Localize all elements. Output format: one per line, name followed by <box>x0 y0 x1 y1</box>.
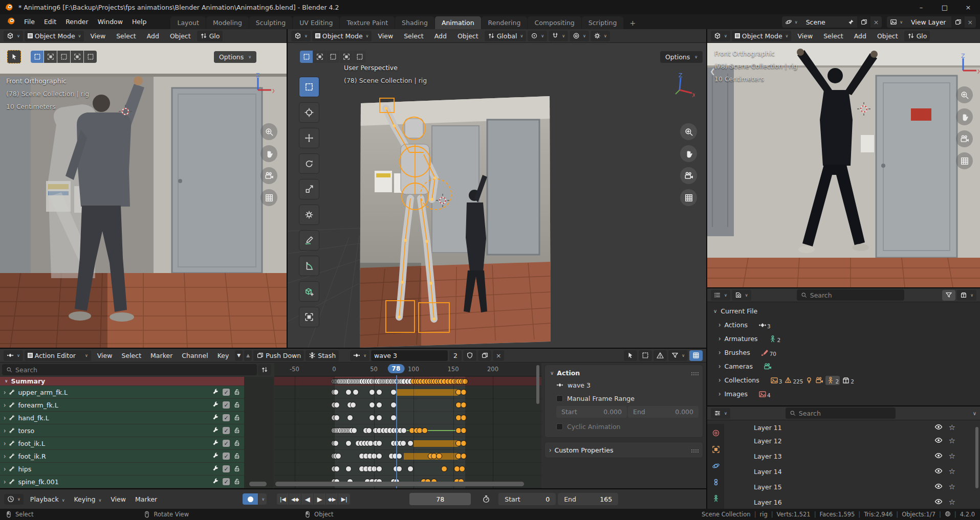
channel-row-upper-arm-fk-l[interactable]: ›upper_arm_fk.L✓ <box>0 386 244 398</box>
viewport-menu-object[interactable]: Object <box>453 32 483 40</box>
keyframe[interactable] <box>401 427 407 434</box>
tab-texture-paint[interactable]: Texture Paint <box>340 16 395 29</box>
viewport-menu-add[interactable]: Add <box>850 32 871 40</box>
channel-search-expand-icon[interactable] <box>258 364 271 375</box>
viewport-menu-select[interactable]: Select <box>112 32 141 40</box>
select-box-mode[interactable] <box>300 51 313 63</box>
menu-edit[interactable]: Edit <box>39 16 61 29</box>
keyframe-h-scrollbar[interactable] <box>275 482 524 486</box>
current-frame-field[interactable]: 78 <box>409 493 471 505</box>
viewport-menu-view[interactable]: View <box>85 32 110 40</box>
solo-star-icon[interactable]: ☆ <box>949 451 955 461</box>
keyframe-row-summary[interactable] <box>274 377 541 386</box>
keyframe[interactable] <box>396 466 402 472</box>
keyframe-selected[interactable] <box>441 466 447 472</box>
keyframe[interactable] <box>376 402 382 408</box>
minimize-button[interactable]: – <box>909 0 933 14</box>
filter-up-button[interactable]: ▲ <box>244 350 252 361</box>
action-copy-icon[interactable] <box>478 350 491 361</box>
keyframe[interactable] <box>407 440 413 446</box>
mode-selector[interactable]: Object Mode∨ <box>25 31 84 41</box>
outliner-filter-icon[interactable] <box>942 290 955 301</box>
viewport-center-content[interactable]: Options∨ User Perspective (78) Scene Col… <box>288 43 706 348</box>
viewport-menu-add[interactable]: Add <box>430 32 451 40</box>
zoom-icon[interactable] <box>680 123 697 140</box>
properties-search-input[interactable] <box>799 410 891 417</box>
keyframe[interactable] <box>333 440 339 446</box>
menu-window[interactable]: Window <box>93 16 127 29</box>
channel-lock-icon[interactable] <box>233 465 241 473</box>
proportional-editing-selector[interactable]: ∨ <box>570 31 589 41</box>
filters-funnel-icon[interactable]: ∨ <box>668 350 688 361</box>
transform-orientation-selector[interactable]: Glo <box>197 31 223 41</box>
solo-star-icon[interactable]: ☆ <box>949 482 955 492</box>
tool-scale[interactable] <box>299 179 319 199</box>
expand-icon[interactable]: › <box>718 390 721 398</box>
channel-enable-checkbox[interactable]: ✓ <box>223 414 230 421</box>
viewport-menu-select[interactable]: Select <box>399 32 428 40</box>
keyframe-selected[interactable] <box>461 440 467 446</box>
only-errors-icon[interactable] <box>654 350 667 361</box>
channel-lock-icon[interactable] <box>233 426 241 435</box>
close-button[interactable]: × <box>956 0 980 14</box>
outliner-item-armatures[interactable]: ›Armatures2 <box>707 332 980 346</box>
tab-constraints-icon[interactable] <box>712 478 720 486</box>
scene-name[interactable]: Scene <box>801 18 845 26</box>
viewport-menu-view[interactable]: View <box>373 32 398 40</box>
keyframe[interactable] <box>351 427 357 434</box>
keyframe-selected[interactable] <box>461 453 467 459</box>
add-workspace-button[interactable]: + <box>625 16 640 29</box>
camera-view-icon[interactable] <box>956 130 973 147</box>
tool-extra[interactable] <box>299 307 319 327</box>
keyframe[interactable] <box>376 453 382 459</box>
timeline-editor-type[interactable]: ∨ <box>4 494 24 505</box>
layer-row-layer-16[interactable]: Layer 16☆ <box>724 494 975 509</box>
proportional-edit-icon[interactable] <box>689 350 703 361</box>
tab-shading[interactable]: Shading <box>395 16 434 29</box>
outliner-item-cameras[interactable]: ›Cameras <box>707 359 980 373</box>
action-users-count[interactable]: 2 <box>449 350 462 361</box>
channel-lock-icon[interactable] <box>233 414 241 422</box>
blender-menu-icon[interactable] <box>4 17 18 29</box>
expand-icon[interactable]: › <box>4 465 6 473</box>
only-selected-icon[interactable] <box>624 350 637 361</box>
keyframe[interactable] <box>353 389 359 395</box>
visibility-eye-icon[interactable] <box>934 482 943 492</box>
playhead[interactable] <box>396 375 397 488</box>
gizmo-toggle[interactable]: ∨ <box>591 31 610 41</box>
keyframe-selected[interactable] <box>422 427 428 434</box>
expand-icon[interactable]: › <box>718 321 721 329</box>
editor-type-selector[interactable]: ∨ <box>4 31 23 41</box>
action-unlink-icon[interactable]: × <box>493 350 504 361</box>
keyframe-selected[interactable] <box>461 427 467 434</box>
channel-row-hips[interactable]: ›hips✓ <box>0 463 244 475</box>
zoom-icon[interactable] <box>956 86 973 103</box>
dopesheet-menu-view[interactable]: View <box>93 352 117 359</box>
tab-compositing[interactable]: Compositing <box>528 16 581 29</box>
tab-layout[interactable]: Layout <box>170 16 206 29</box>
channel-enable-checkbox[interactable]: ✓ <box>223 389 230 396</box>
channel-row-forearm-fk-l[interactable]: ›forearm_fk.L✓ <box>0 399 244 411</box>
keyframe[interactable] <box>347 415 353 421</box>
channel-lock-icon[interactable] <box>233 478 241 486</box>
action-datablock-row[interactable]: wave 3 <box>549 378 699 392</box>
scene-unlink-icon[interactable]: × <box>870 16 882 28</box>
expand-icon[interactable]: › <box>4 478 6 486</box>
channel-enable-checkbox[interactable]: ✓ <box>223 401 230 409</box>
expand-icon[interactable]: › <box>4 426 6 435</box>
keyframe[interactable] <box>366 427 372 434</box>
keyframe[interactable] <box>369 415 375 421</box>
keyframe[interactable] <box>376 466 382 472</box>
expand-icon[interactable]: › <box>718 376 721 385</box>
viewport-menu-select[interactable]: Select <box>819 32 848 40</box>
channel-enable-checkbox[interactable]: ✓ <box>223 465 230 472</box>
viewport-menu-object[interactable]: Object <box>873 32 903 40</box>
collapse-icon[interactable]: ∨ <box>712 308 717 314</box>
current-frame-badge[interactable]: 78 <box>388 364 405 373</box>
tool-rotate[interactable] <box>299 153 319 174</box>
transform-orientation-selector[interactable]: Glo <box>904 31 930 41</box>
properties-search[interactable] <box>786 408 896 419</box>
tab-physics-icon[interactable] <box>712 462 720 470</box>
expand-icon[interactable]: › <box>4 414 6 422</box>
keyframe-selected[interactable] <box>459 466 465 472</box>
